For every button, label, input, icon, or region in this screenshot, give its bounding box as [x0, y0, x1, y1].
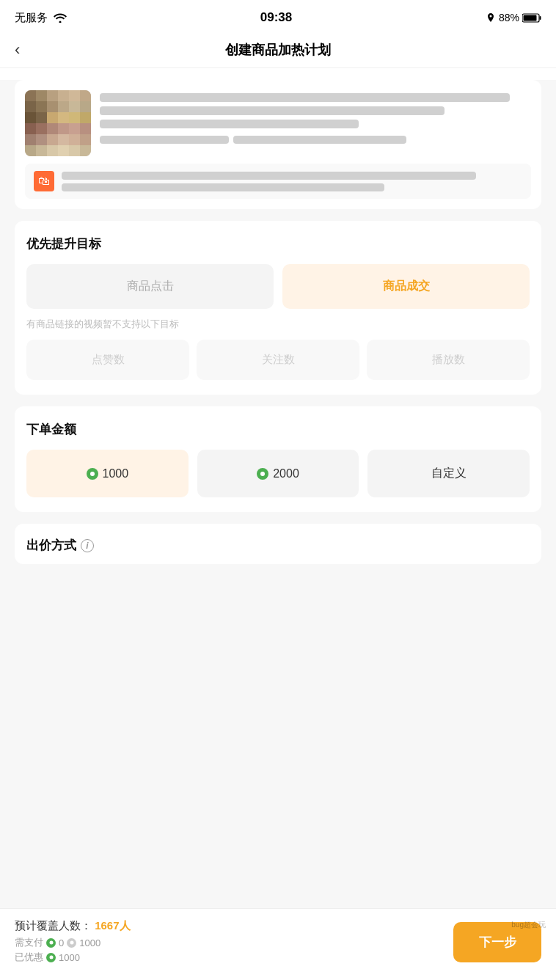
coverage-label: 预计覆盖人数：: [15, 919, 92, 932]
amount-section: 下单金额 1000 2000 自定义: [15, 406, 541, 512]
bottom-info: 预计覆盖人数： 1667人 需支付 0 1000 已优惠 1000: [15, 919, 453, 965]
wifi-icon: [54, 12, 67, 23]
discount-amount: 1000: [59, 952, 80, 963]
amount-grid: 1000 2000 自定义: [26, 450, 530, 497]
svg-rect-2: [523, 15, 536, 21]
coin-icon-pay: [46, 938, 56, 948]
product-thumbnail: [25, 90, 91, 156]
coin-icon-1: [87, 468, 98, 480]
coverage-value: 1667人: [95, 919, 130, 932]
bottom-bar: 预计覆盖人数： 1667人 需支付 0 1000 已优惠 1000 下一步: [0, 908, 556, 980]
pay-original: 1000: [79, 937, 100, 948]
main-content: 🛍 优先提升目标 商品点击 商品成交 有商品链接的视频暂不支持以下目标 点赞数 …: [0, 80, 556, 980]
disabled-goal-grid: 点赞数 关注数 播放数: [26, 340, 530, 380]
discount-label: 已优惠: [15, 951, 43, 964]
watermark: bug超会玩: [511, 920, 546, 930]
goal-btn-transaction[interactable]: 商品成交: [282, 264, 530, 309]
bid-title: 出价方式 i: [26, 537, 530, 554]
goal-btn-follows: 关注数: [197, 340, 359, 380]
status-time: 09:38: [260, 10, 292, 25]
coin-icon-discount: [46, 953, 56, 962]
goal-grid: 商品点击 商品成交: [26, 264, 530, 309]
nav-bar: ‹ 创建商品加热计划: [0, 32, 556, 68]
coverage-row: 预计覆盖人数： 1667人: [15, 919, 453, 933]
product-bottom-text: [62, 172, 522, 191]
coin-icon-original: [67, 938, 76, 948]
bag-icon: 🛍: [34, 171, 54, 191]
amount-btn-2000[interactable]: 2000: [197, 450, 359, 497]
disabled-note: 有商品链接的视频暂不支持以下目标: [26, 318, 530, 331]
goal-section: 优先提升目标 商品点击 商品成交 有商品链接的视频暂不支持以下目标 点赞数 关注…: [15, 221, 541, 395]
status-right: 88%: [486, 12, 541, 23]
battery-label: 88%: [499, 12, 519, 23]
amount-section-title: 下单金额: [26, 421, 530, 438]
bid-section: 出价方式 i: [15, 524, 541, 564]
goal-btn-plays: 播放数: [367, 340, 530, 380]
amount-btn-custom[interactable]: 自定义: [367, 450, 530, 497]
product-top: [25, 90, 531, 156]
status-left: 无服务: [15, 11, 67, 25]
product-card: 🛍: [15, 80, 541, 209]
product-bottom-row: 🛍: [25, 164, 531, 199]
goal-section-title: 优先提升目标: [26, 235, 530, 252]
goal-btn-click[interactable]: 商品点击: [26, 264, 274, 309]
bid-title-text: 出价方式: [26, 537, 76, 554]
discount-row: 已优惠 1000: [15, 951, 453, 964]
page-title: 创建商品加热计划: [225, 41, 331, 59]
amount-value-custom: 自定义: [431, 466, 467, 481]
pay-label: 需支付: [15, 936, 43, 949]
info-icon[interactable]: i: [81, 539, 94, 552]
svg-rect-1: [539, 16, 541, 20]
battery-icon: [522, 13, 541, 23]
payment-row: 需支付 0 1000: [15, 936, 453, 949]
location-icon: [486, 12, 496, 23]
amount-value-2000: 2000: [273, 467, 299, 480]
amount-value-1000: 1000: [103, 467, 129, 480]
coin-icon-2: [257, 468, 268, 480]
product-info: [100, 90, 531, 144]
goal-btn-likes: 点赞数: [26, 340, 189, 380]
amount-btn-1000[interactable]: 1000: [26, 450, 189, 497]
pay-amount: 0: [59, 937, 64, 948]
carrier-label: 无服务: [15, 11, 48, 25]
back-button[interactable]: ‹: [15, 40, 20, 59]
status-bar: 无服务 09:38 88%: [0, 0, 556, 32]
